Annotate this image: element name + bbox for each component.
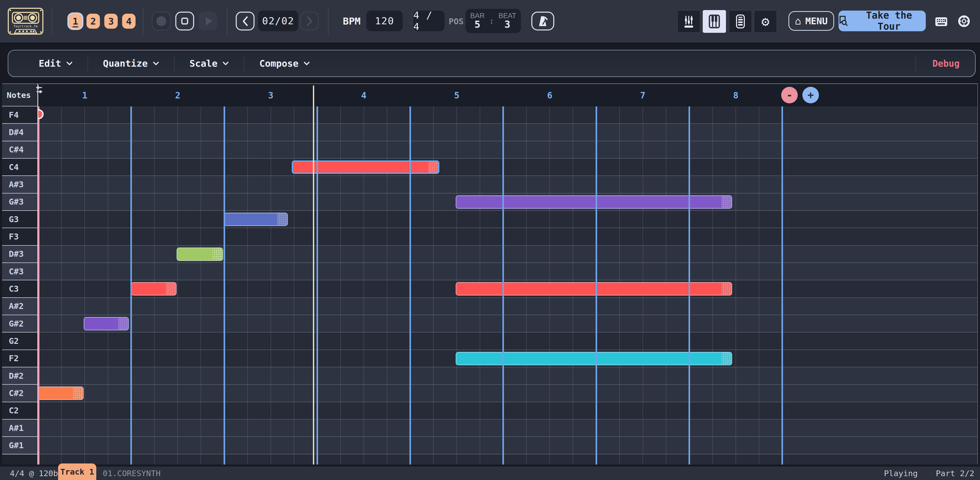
pitch-label-F4[interactable]: F4 [2, 107, 38, 124]
grid-row-A#3[interactable] [38, 176, 978, 193]
pitch-label-A#3[interactable]: A#3 [2, 176, 38, 193]
track-button-1[interactable]: 1 [69, 14, 82, 29]
menu-compose[interactable]: Compose [244, 50, 325, 77]
note-resize-handle[interactable] [73, 387, 83, 399]
grid-row-C4[interactable] [38, 159, 978, 176]
note-resize-handle[interactable] [277, 214, 287, 225]
take-the-tour-button[interactable]: Take the Tour [838, 11, 926, 31]
menu-button[interactable]: ⌂ MENU [788, 11, 834, 31]
pitch-label-C#3[interactable]: C#3 [2, 263, 38, 280]
pitch-label-C2[interactable]: C2 [2, 402, 38, 419]
bpm-value-box[interactable]: 120 [366, 11, 403, 31]
grid-row-G#1[interactable] [38, 437, 978, 454]
note-resize-handle[interactable] [722, 283, 731, 295]
debug-link[interactable]: Debug [916, 58, 959, 69]
zoom-out-button[interactable]: - [781, 87, 798, 103]
midi-note-C#2[interactable] [38, 386, 84, 400]
grid-row-C#4[interactable] [38, 141, 978, 159]
grid-row-F3[interactable] [38, 228, 978, 246]
track-button-4[interactable]: 4 [122, 14, 135, 29]
pitch-label-G#1[interactable]: G#1 [2, 437, 38, 454]
midi-note-G#2[interactable] [84, 317, 129, 330]
pitch-label-G#2[interactable]: G#2 [2, 315, 38, 332]
bar-label: BAR [470, 12, 485, 19]
midi-note-C3[interactable] [456, 282, 732, 295]
loop-start-marker[interactable] [38, 107, 40, 464]
bar-number-8: 8 [733, 90, 738, 100]
grid-row-D#2[interactable] [38, 367, 978, 385]
menu-quantize[interactable]: Quantize [88, 50, 174, 77]
pitch-label-A#1[interactable]: A#1 [2, 419, 38, 437]
record-button[interactable] [152, 12, 171, 30]
grid-row-G2[interactable] [38, 332, 978, 350]
playhead[interactable] [313, 86, 314, 464]
settings-view-button[interactable]: ⚙ [754, 10, 777, 33]
virtual-keyboard-button[interactable] [935, 17, 947, 26]
beat-line [200, 107, 201, 464]
grid-row-clipped [38, 454, 978, 464]
toolbar-divider [227, 8, 228, 35]
app-logo-cassette[interactable]: fourtrack.fm [7, 7, 44, 35]
midi-note-G#3[interactable] [456, 195, 732, 209]
grid-row-C#3[interactable] [38, 263, 978, 280]
grid-row-C2[interactable] [38, 402, 978, 419]
part-position-display[interactable]: 02/02 [258, 11, 298, 31]
pitch-label-D#3[interactable]: D#3 [2, 246, 38, 263]
next-part-button[interactable] [300, 12, 319, 30]
note-resize-handle[interactable] [722, 196, 731, 208]
note-resize-handle[interactable] [118, 318, 128, 330]
pitch-label-F2[interactable]: F2 [2, 350, 38, 367]
note-resize-handle[interactable] [212, 248, 222, 260]
stop-icon [181, 18, 188, 24]
zoom-in-button[interactable]: + [802, 87, 819, 103]
note-grid[interactable]: F4D#4C#4C4A#3G#3G3F3D#3C#3C3A#2G#2G2F2D#… [2, 107, 977, 464]
pitch-label-G3[interactable]: G3 [2, 211, 38, 228]
midi-note-F2[interactable] [456, 352, 732, 365]
notes-column-header[interactable]: Notes [2, 84, 38, 107]
time-signature-box[interactable]: 4 / 4 [413, 11, 445, 31]
menu-scale[interactable]: Scale [175, 50, 244, 77]
midi-note-G3[interactable] [224, 213, 288, 226]
grid-row-D#4[interactable] [38, 124, 978, 141]
grid-row-A#1[interactable] [38, 419, 978, 437]
beat-line [177, 107, 178, 464]
grid-row-G3[interactable] [38, 211, 978, 228]
bar-number-7: 7 [640, 90, 645, 100]
stop-button[interactable] [175, 12, 194, 30]
pitch-label-C3[interactable]: C3 [2, 280, 38, 298]
logo-text: fourtrack.fm [13, 24, 38, 28]
note-resize-handle[interactable] [166, 283, 176, 295]
grid-row-G#2[interactable] [38, 315, 978, 332]
track-badge[interactable]: Track 1 [58, 464, 96, 480]
pitch-label-G2[interactable]: G2 [2, 332, 38, 350]
midi-note-C3[interactable] [131, 282, 177, 295]
pitch-label-D#2[interactable]: D#2 [2, 367, 38, 385]
pitch-label-C4[interactable]: C4 [2, 159, 38, 176]
sequencer-view-button[interactable] [729, 10, 752, 33]
swap-arrows-icon[interactable] [34, 86, 45, 94]
play-button[interactable] [199, 12, 217, 30]
note-resize-handle[interactable] [428, 162, 438, 172]
timeline-ruler[interactable]: 12345678 - + [2, 84, 977, 107]
track-button-2[interactable]: 2 [86, 14, 100, 29]
pitch-label-G#3[interactable]: G#3 [2, 193, 38, 211]
note-resize-handle[interactable] [722, 352, 731, 365]
grid-row-A#2[interactable] [38, 298, 978, 315]
midi-note-D#3[interactable] [177, 247, 223, 261]
pitch-label-C#4[interactable]: C#4 [2, 141, 38, 159]
pitch-label-F3[interactable]: F3 [2, 228, 38, 246]
help-button[interactable] [958, 15, 970, 27]
pitch-label-A#2[interactable]: A#2 [2, 298, 38, 315]
piano-roll-view-button[interactable] [703, 10, 726, 33]
metronome-button[interactable] [531, 12, 554, 30]
mixer-view-button[interactable] [677, 10, 700, 33]
keyboard-icon [935, 17, 947, 26]
menu-edit[interactable]: Edit [24, 50, 88, 77]
grid-row-C#2[interactable] [38, 385, 978, 402]
pitch-label-C#2[interactable]: C#2 [2, 385, 38, 402]
pitch-label-D#4[interactable]: D#4 [2, 124, 38, 141]
toolbar-divider [328, 8, 329, 35]
grid-row-F4[interactable] [38, 107, 978, 124]
previous-part-button[interactable] [236, 12, 255, 30]
track-button-3[interactable]: 3 [104, 14, 118, 29]
